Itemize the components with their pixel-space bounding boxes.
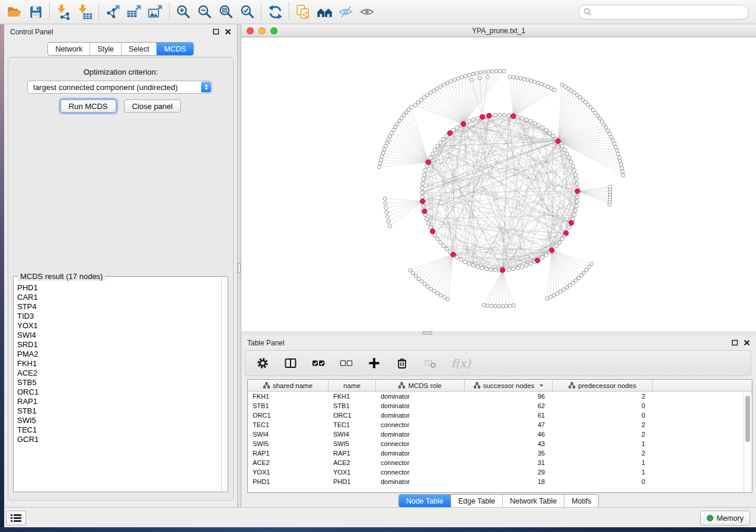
mcds-result-item[interactable]: ACE2 [17, 368, 222, 378]
cell-shared-name: SWI4 [248, 431, 328, 438]
mcds-result-item[interactable]: ORC1 [17, 387, 222, 397]
table-tab-network-table[interactable]: Network Table [502, 495, 564, 507]
table-panel-header: Table Panel [241, 335, 756, 350]
import-network-button[interactable] [53, 2, 74, 22]
network-graph[interactable] [241, 37, 756, 331]
select-stepper-icon [201, 82, 211, 92]
cell-shared-name: ORC1 [248, 412, 328, 419]
table-row[interactable]: RAP1RAP1dominator352 [248, 448, 752, 458]
search-input[interactable] [595, 7, 744, 17]
table-row[interactable]: PHD1PHD1dominator180 [248, 477, 752, 486]
mcds-result-item[interactable]: GCR1 [17, 435, 222, 444]
table-row[interactable]: FKH1FKH1dominator962 [248, 392, 752, 401]
export-network-button[interactable] [102, 2, 123, 22]
open-file-button[interactable] [4, 2, 25, 22]
mcds-result-item[interactable]: TID3 [17, 312, 222, 321]
show-all-button[interactable] [356, 2, 378, 22]
column-header-successor-nodes[interactable]: successor nodes [465, 380, 553, 391]
mcds-result-item[interactable]: CAR1 [17, 293, 222, 302]
table-row[interactable]: YOX1YOX1connector291 [248, 467, 752, 477]
mcds-list-scrollbar[interactable] [221, 277, 228, 492]
criterion-select[interactable]: largest connected component (undirected) [27, 81, 212, 94]
mcds-result-item[interactable]: SWI4 [17, 331, 222, 340]
tab-select[interactable]: Select [121, 43, 157, 55]
zoom-selected-button[interactable] [237, 2, 258, 22]
mcds-result-item[interactable]: PHD1 [17, 283, 222, 293]
table-scrollbar[interactable] [744, 392, 752, 492]
task-history-button[interactable] [6, 511, 26, 525]
float-panel-icon[interactable] [732, 339, 738, 346]
splitter-grip-icon[interactable] [238, 263, 241, 273]
delete-column-button[interactable] [395, 357, 409, 370]
select-all-columns-button[interactable] [312, 357, 325, 370]
zoom-in-button[interactable] [173, 2, 194, 22]
table-tab-motifs[interactable]: Motifs [564, 495, 598, 507]
table-tab-node-table[interactable]: Node Table [399, 495, 451, 507]
network-titlebar[interactable]: YPA_prune.txt_1 [241, 24, 756, 37]
table-tab-edge-table[interactable]: Edge Table [451, 495, 502, 507]
cell-shared-name: ACE2 [248, 459, 328, 466]
memory-button[interactable]: Memory [700, 511, 750, 525]
mcds-result-item[interactable]: FKH1 [17, 359, 222, 368]
cell-shared-name: SWI5 [248, 440, 328, 447]
tab-mcds[interactable]: MCDS [157, 43, 193, 55]
horizontal-splitter[interactable] [241, 331, 756, 335]
mcds-result-list[interactable]: PHD1CAR1STP4TID3YOX1SWI4SRD1PMA2FKH1ACE2… [14, 280, 222, 492]
splitter-grip-icon[interactable] [423, 331, 432, 335]
mcds-result-item[interactable]: SRD1 [17, 340, 222, 350]
mcds-result-item[interactable]: STB1 [17, 406, 222, 416]
mcds-result-item[interactable]: TEC1 [17, 425, 222, 435]
save-session-button[interactable] [25, 2, 46, 22]
first-neighbors-button[interactable] [314, 2, 335, 22]
mcds-result-item[interactable]: STB5 [17, 378, 222, 387]
close-panel-icon[interactable] [225, 28, 231, 35]
mcds-result-item[interactable]: SWI5 [17, 416, 222, 425]
table-row[interactable]: SWI4SWI4dominator462 [248, 430, 752, 439]
table-row[interactable]: SWI5SWI5connector431 [248, 439, 752, 448]
add-column-button[interactable] [368, 357, 381, 370]
mcds-result-group: MCDS result (17 nodes) PHD1CAR1STP4TID3Y… [13, 276, 228, 492]
close-panel-button[interactable]: Close panel [124, 100, 181, 113]
cell-mcds-role: connector [376, 469, 465, 476]
deselect-all-columns-button[interactable] [340, 357, 353, 370]
hide-selected-button[interactable] [335, 2, 356, 22]
table-row[interactable]: ACE2ACE2connector311 [248, 458, 752, 467]
export-image-button[interactable] [145, 2, 166, 22]
function-builder-button[interactable]: f(x) [451, 357, 471, 370]
cell-mcds-role: dominator [376, 431, 465, 438]
split-view-button[interactable] [284, 357, 297, 370]
column-settings-button[interactable] [256, 357, 269, 370]
table-body: FKH1FKH1dominator962STB1STB1dominator620… [248, 392, 752, 486]
float-panel-icon[interactable] [213, 28, 219, 35]
vertical-splitter[interactable] [237, 24, 241, 507]
mcds-result-item[interactable]: YOX1 [17, 321, 222, 331]
close-panel-icon[interactable] [744, 339, 750, 346]
table-row[interactable]: STB1STB1dominator620 [248, 401, 752, 411]
delete-table-button[interactable] [423, 357, 436, 370]
table-row[interactable]: TEC1TEC1connector472 [248, 420, 752, 430]
zoom-out-button[interactable] [194, 2, 215, 22]
cell-predecessor-nodes: 0 [553, 402, 653, 409]
network-canvas[interactable] [241, 37, 756, 331]
mcds-result-item[interactable]: STP4 [17, 302, 222, 312]
export-image-icon [147, 4, 164, 20]
zoom-fit-button[interactable] [215, 2, 237, 22]
scrollbar-thumb[interactable] [745, 396, 750, 442]
search-box[interactable] [578, 5, 749, 20]
column-header-name[interactable]: name [328, 380, 376, 391]
cell-successor-nodes: 96 [465, 393, 553, 400]
mcds-result-item[interactable]: RAP1 [17, 397, 222, 406]
column-header-mcds-role[interactable]: MCDS role [376, 380, 465, 391]
column-header-predecessor-nodes[interactable]: predecessor nodes [553, 380, 653, 391]
column-header-shared-name[interactable]: shared name [248, 380, 328, 391]
import-table-button[interactable] [74, 2, 95, 22]
mcds-result-item[interactable]: PMA2 [17, 350, 222, 359]
show-eye-icon [359, 4, 375, 20]
refresh-layout-button[interactable] [264, 2, 286, 22]
tab-style[interactable]: Style [90, 43, 121, 55]
run-mcds-button[interactable]: Run MCDS [60, 100, 116, 113]
tab-network[interactable]: Network [48, 43, 90, 55]
export-table-button[interactable] [123, 2, 145, 22]
copy-share-network-button[interactable] [292, 2, 314, 22]
table-row[interactable]: ORC1ORC1dominator610 [248, 411, 752, 420]
